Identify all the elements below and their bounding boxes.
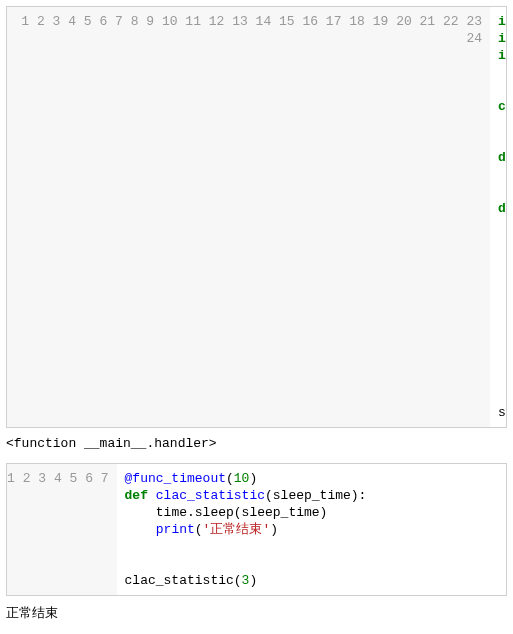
ln: 2 — [37, 14, 45, 29]
ln: 5 — [84, 14, 92, 29]
ln: 6 — [85, 471, 93, 486]
pad — [498, 371, 506, 386]
output-1: <function __main__.handler> — [6, 434, 507, 457]
ln: 3 — [53, 14, 61, 29]
ln: 24 — [466, 31, 482, 46]
txt: (sleep_time): — [265, 488, 366, 503]
ln: 4 — [68, 14, 76, 29]
ln: 10 — [162, 14, 178, 29]
pad — [498, 235, 506, 250]
ln: 22 — [443, 14, 459, 29]
kw-import: import — [498, 31, 506, 46]
txt: time.sleep(sleep_time) — [156, 505, 328, 520]
ln: 1 — [21, 14, 29, 29]
ln: 21 — [420, 14, 436, 29]
ln: 3 — [38, 471, 46, 486]
kw-import: import — [498, 14, 506, 29]
pad — [125, 522, 156, 537]
ln: 6 — [99, 14, 107, 29]
builtin-print: print — [156, 522, 195, 537]
ln: 2 — [23, 471, 31, 486]
pad — [125, 505, 156, 520]
txt: clac_statistic( — [125, 573, 242, 588]
decorator: @func_timeout — [125, 471, 226, 486]
ln: 9 — [146, 14, 154, 29]
ln: 12 — [209, 14, 225, 29]
ln: 18 — [349, 14, 365, 29]
ln: 1 — [7, 471, 15, 486]
ln: 7 — [101, 471, 109, 486]
pad — [498, 303, 506, 318]
ln: 7 — [115, 14, 123, 29]
kw-def: def — [125, 488, 148, 503]
pad — [498, 218, 506, 233]
code-cell-1: 1 2 3 4 5 6 7 8 9 10 11 12 13 14 15 16 1… — [6, 6, 507, 428]
txt: ) — [270, 522, 278, 537]
ln: 20 — [396, 14, 412, 29]
kw-import: import — [498, 48, 506, 63]
code-area-1[interactable]: import contextlib import time import sig… — [490, 7, 506, 427]
sp — [148, 488, 156, 503]
kw-class: class — [498, 99, 506, 114]
ln: 11 — [185, 14, 201, 29]
ln: 23 — [466, 14, 482, 29]
ln: 15 — [279, 14, 295, 29]
ln: 19 — [373, 14, 389, 29]
txt: signal.signal(signal.SIGALRM, handler) — [498, 405, 506, 420]
ln: 14 — [256, 14, 272, 29]
ln: 17 — [326, 14, 342, 29]
pad — [498, 252, 506, 267]
pad — [498, 286, 506, 301]
gutter-1: 1 2 3 4 5 6 7 8 9 10 11 12 13 14 15 16 1… — [7, 7, 490, 427]
pad — [498, 269, 506, 284]
txt: ( — [226, 471, 234, 486]
ln: 5 — [70, 471, 78, 486]
ln: 13 — [232, 14, 248, 29]
kw-def: def — [498, 150, 506, 165]
pad — [498, 320, 506, 335]
ln: 16 — [302, 14, 318, 29]
fn-name: clac_statistic — [156, 488, 265, 503]
txt: ) — [249, 471, 257, 486]
num: 10 — [234, 471, 250, 486]
pad — [498, 337, 506, 352]
code-area-2[interactable]: @func_timeout(10) def clac_statistic(sle… — [117, 464, 506, 595]
ln: 8 — [131, 14, 139, 29]
gutter-2: 1 2 3 4 5 6 7 — [7, 464, 117, 595]
ln: 4 — [54, 471, 62, 486]
txt: ( — [195, 522, 203, 537]
code-cell-2: 1 2 3 4 5 6 7 @func_timeout(10) def clac… — [6, 463, 507, 596]
output-2: 正常结束 — [6, 602, 507, 628]
pad — [498, 354, 506, 369]
txt: ) — [249, 573, 257, 588]
pad — [498, 167, 506, 182]
pad — [498, 116, 506, 131]
string: '正常结束' — [203, 522, 271, 537]
kw-def: def — [498, 201, 506, 216]
